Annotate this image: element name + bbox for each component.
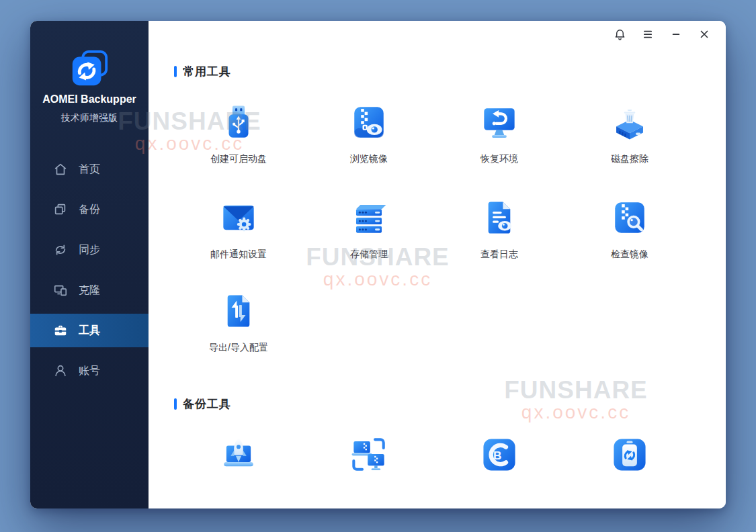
minimize-button[interactable] xyxy=(667,25,685,44)
titlebar-controls xyxy=(610,25,714,44)
section-accent-bar xyxy=(174,66,177,77)
computers-transfer-icon xyxy=(349,435,388,474)
tool-label: 创建可启动盘 xyxy=(210,153,267,165)
sidebar-item-clone[interactable]: 克隆 xyxy=(30,270,149,310)
tool-onekey-recovery[interactable] xyxy=(173,435,304,486)
server-stack-icon xyxy=(349,198,388,237)
tool-label: 浏览镜像 xyxy=(350,153,388,165)
tool-recovery-environment[interactable]: 恢复环境 xyxy=(434,103,564,165)
notification-button[interactable] xyxy=(610,25,629,44)
tool-disk-wipe[interactable]: 磁盘擦除 xyxy=(564,103,695,165)
clone-icon xyxy=(53,283,68,298)
app-window: AOMEI Backupper 技术师增强版 首页 备份 xyxy=(30,21,726,508)
section-accent-bar xyxy=(174,398,177,410)
toolbox-icon xyxy=(53,323,68,338)
app-edition: 技术师增强版 xyxy=(30,112,149,124)
sidebar-item-label: 同步 xyxy=(79,243,100,257)
tool-check-image[interactable]: 检查镜像 xyxy=(564,198,695,261)
hamburger-icon xyxy=(642,28,654,40)
disk-trash-icon xyxy=(610,103,649,142)
sidebar: AOMEI Backupper 技术师增强版 首页 备份 xyxy=(30,21,149,508)
sync-arrows-logo-icon xyxy=(69,48,110,89)
tool-label: 邮件通知设置 xyxy=(210,249,267,261)
section-title: 备份工具 xyxy=(183,396,231,412)
sidebar-item-label: 克隆 xyxy=(79,283,100,298)
app-logo xyxy=(30,48,149,89)
tool-label: 检查镜像 xyxy=(611,249,648,261)
tool-label: 恢复环境 xyxy=(480,153,518,165)
monitor-undo-icon xyxy=(480,103,519,142)
mail-gear-icon xyxy=(219,198,258,237)
tool-explore-image[interactable]: 浏览镜像 xyxy=(304,103,434,165)
tool-label: 存储管理 xyxy=(350,249,388,261)
tool-image-deploy[interactable] xyxy=(304,435,434,486)
sidebar-item-account[interactable]: 账号 xyxy=(30,351,149,391)
app-title: AOMEI Backupper xyxy=(30,93,149,105)
cb-logo-icon: B xyxy=(480,435,519,474)
bell-icon xyxy=(614,28,626,41)
sidebar-item-label: 账号 xyxy=(79,364,100,378)
sidebar-item-backup[interactable]: 备份 xyxy=(30,189,149,230)
tool-create-bootable-media[interactable]: 创建可启动盘 xyxy=(173,103,304,165)
close-icon xyxy=(698,28,710,40)
section-title: 常用工具 xyxy=(183,64,231,79)
tool-export-import-config[interactable]: 导出/导入配置 xyxy=(173,292,304,354)
tool-label: 查看日志 xyxy=(480,249,518,261)
laptop-rocket-icon xyxy=(219,435,258,474)
doc-arrows-icon xyxy=(219,292,258,330)
doc-eye-icon xyxy=(480,198,519,237)
home-icon xyxy=(53,162,68,177)
tool-view-logs[interactable]: 查看日志 xyxy=(434,198,564,261)
section-header-common-tools: 常用工具 xyxy=(174,64,231,79)
sidebar-item-label: 首页 xyxy=(79,163,100,177)
main-content: 常用工具 创建可启动盘 xyxy=(149,21,726,508)
zip-eye-icon xyxy=(349,103,388,142)
section-header-backup-tools: 备份工具 xyxy=(174,396,231,412)
sidebar-item-label: 工具 xyxy=(79,324,100,338)
sidebar-item-tools[interactable]: 工具 xyxy=(30,314,149,347)
menu-button[interactable] xyxy=(638,25,657,44)
close-button[interactable] xyxy=(695,25,714,44)
tool-storage-management[interactable]: 存储管理 xyxy=(304,198,434,261)
backup-icon xyxy=(53,202,68,217)
tool-mobile-backup[interactable] xyxy=(564,435,695,486)
sync-icon xyxy=(53,242,68,257)
tool-centralized-backupper[interactable]: B xyxy=(434,435,564,486)
tool-label: 磁盘擦除 xyxy=(611,153,648,165)
tool-label: 导出/导入配置 xyxy=(209,342,268,354)
sidebar-item-label: 备份 xyxy=(79,203,100,217)
sidebar-item-home[interactable]: 首页 xyxy=(30,149,149,189)
sidebar-menu: 首页 备份 同步 xyxy=(30,149,149,391)
sidebar-item-sync[interactable]: 同步 xyxy=(30,230,149,270)
phone-sync-icon xyxy=(610,435,649,474)
tool-email-notification[interactable]: 邮件通知设置 xyxy=(173,198,304,261)
svg-text:B: B xyxy=(493,449,501,462)
account-icon xyxy=(53,363,68,378)
zip-magnifier-icon xyxy=(610,198,649,237)
minimize-icon xyxy=(670,28,682,40)
usb-bootable-icon xyxy=(219,103,258,142)
